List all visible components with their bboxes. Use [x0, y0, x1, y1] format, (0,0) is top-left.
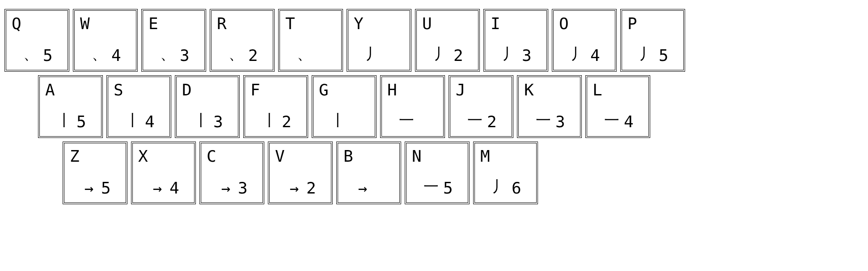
- key-stroke: →: [80, 179, 98, 197]
- key-stroke: 、: [296, 44, 313, 65]
- key-number: 3: [213, 112, 223, 131]
- key-stroke: 、: [159, 44, 177, 65]
- key-f[interactable]: F 丨 2: [243, 75, 308, 138]
- key-number: 4: [111, 46, 121, 65]
- key-stroke: 丿: [491, 176, 508, 197]
- key-letter: A: [45, 81, 55, 99]
- key-number: 2: [453, 46, 463, 65]
- key-number: 3: [522, 46, 532, 65]
- key-x[interactable]: X → 4: [131, 142, 196, 204]
- key-stroke: 、: [90, 44, 108, 65]
- key-e[interactable]: E 、 3: [141, 9, 206, 72]
- key-h[interactable]: H 一: [380, 75, 445, 138]
- key-b[interactable]: B →: [336, 142, 401, 204]
- key-stroke: →: [354, 179, 372, 197]
- key-number: 4: [169, 179, 179, 197]
- key-t[interactable]: T 、: [278, 9, 343, 72]
- keyboard-row-3: Z → 5 X → 4 C → 3 V → 2 B → N 一 5: [63, 142, 864, 204]
- key-q[interactable]: Q 、 5: [4, 9, 69, 72]
- key-letter: F: [250, 81, 260, 99]
- key-letter: O: [559, 14, 569, 33]
- key-letter: R: [217, 14, 227, 33]
- key-stroke: 丿: [638, 44, 656, 65]
- key-number: 5: [443, 179, 453, 197]
- key-s[interactable]: S 丨 4: [106, 75, 171, 138]
- key-stroke: →: [217, 179, 235, 197]
- key-stroke: 丿: [501, 44, 519, 65]
- key-k[interactable]: K 一 3: [517, 75, 582, 138]
- key-m[interactable]: M 丿 6: [473, 142, 538, 204]
- key-stroke: 丿: [364, 44, 382, 65]
- key-letter: Y: [354, 14, 364, 33]
- key-number: 5: [659, 46, 669, 65]
- key-number: 3: [180, 46, 190, 65]
- key-letter: W: [80, 14, 90, 33]
- key-a[interactable]: A 丨 5: [38, 75, 103, 138]
- key-n[interactable]: N 一 5: [405, 142, 470, 204]
- key-letter: S: [114, 81, 123, 99]
- key-number: 5: [43, 46, 53, 65]
- key-letter: B: [343, 147, 353, 165]
- key-number: 2: [306, 179, 316, 197]
- key-stroke: 、: [22, 44, 40, 65]
- key-c[interactable]: C → 3: [199, 142, 264, 204]
- key-g[interactable]: G 丨: [312, 75, 377, 138]
- key-z[interactable]: Z → 5: [63, 142, 127, 204]
- key-y[interactable]: Y 丿: [347, 9, 411, 72]
- key-number: 5: [76, 112, 86, 131]
- key-stroke: 丿: [432, 44, 450, 65]
- key-stroke: 、: [227, 44, 245, 65]
- keyboard-layout: Q 、 5 W 、 4 E 、 3 R 、 2 T 、 Y 丿: [4, 9, 864, 204]
- key-letter: L: [593, 81, 602, 99]
- key-d[interactable]: D 丨 3: [175, 75, 240, 138]
- key-v[interactable]: V → 2: [268, 142, 333, 204]
- key-letter: G: [319, 81, 329, 99]
- key-letter: E: [148, 14, 158, 33]
- key-stroke: 丿: [569, 44, 587, 65]
- keyboard-row-1: Q 、 5 W 、 4 E 、 3 R 、 2 T 、 Y 丿: [4, 9, 864, 72]
- keyboard-row-2: A 丨 5 S 丨 4 D 丨 3 F 丨 2 G 丨 H 一: [38, 75, 864, 138]
- key-stroke: 丨: [124, 110, 142, 131]
- key-letter: Q: [12, 14, 21, 33]
- key-stroke: 一: [603, 110, 621, 131]
- key-p[interactable]: P 丿 5: [620, 9, 685, 72]
- key-number: 3: [238, 179, 248, 197]
- key-stroke: 丨: [329, 110, 347, 131]
- key-stroke: 一: [422, 176, 440, 197]
- key-number: 6: [512, 179, 521, 197]
- key-stroke: 一: [466, 110, 484, 131]
- key-w[interactable]: W 、 4: [73, 9, 138, 72]
- key-letter: C: [207, 147, 216, 165]
- key-number: 2: [282, 112, 292, 131]
- key-stroke: 丨: [55, 110, 73, 131]
- key-stroke: 丨: [261, 110, 279, 131]
- key-letter: Z: [70, 147, 80, 165]
- key-stroke: 一: [398, 110, 415, 131]
- key-number: 2: [248, 46, 258, 65]
- key-letter: J: [456, 81, 466, 99]
- key-letter: V: [275, 147, 285, 165]
- key-letter: H: [387, 81, 397, 99]
- key-letter: N: [412, 147, 422, 165]
- key-u[interactable]: U 丿 2: [415, 9, 480, 72]
- key-letter: I: [491, 14, 500, 33]
- key-o[interactable]: O 丿 4: [552, 9, 617, 72]
- key-letter: T: [285, 14, 295, 33]
- key-letter: M: [480, 147, 490, 165]
- key-l[interactable]: L 一 4: [585, 75, 650, 138]
- key-stroke: 丨: [192, 110, 210, 131]
- key-letter: D: [182, 81, 192, 99]
- key-number: 5: [101, 179, 111, 197]
- key-letter: K: [524, 81, 534, 99]
- key-stroke: →: [148, 179, 166, 197]
- key-number: 4: [145, 112, 155, 131]
- key-stroke: 一: [534, 110, 552, 131]
- key-r[interactable]: R 、 2: [210, 9, 275, 72]
- key-stroke: →: [285, 179, 303, 197]
- key-number: 2: [487, 112, 497, 131]
- key-number: 4: [590, 46, 600, 65]
- key-i[interactable]: I 丿 3: [483, 9, 548, 72]
- key-j[interactable]: J 一 2: [449, 75, 513, 138]
- key-letter: P: [627, 14, 637, 33]
- key-letter: X: [138, 147, 148, 165]
